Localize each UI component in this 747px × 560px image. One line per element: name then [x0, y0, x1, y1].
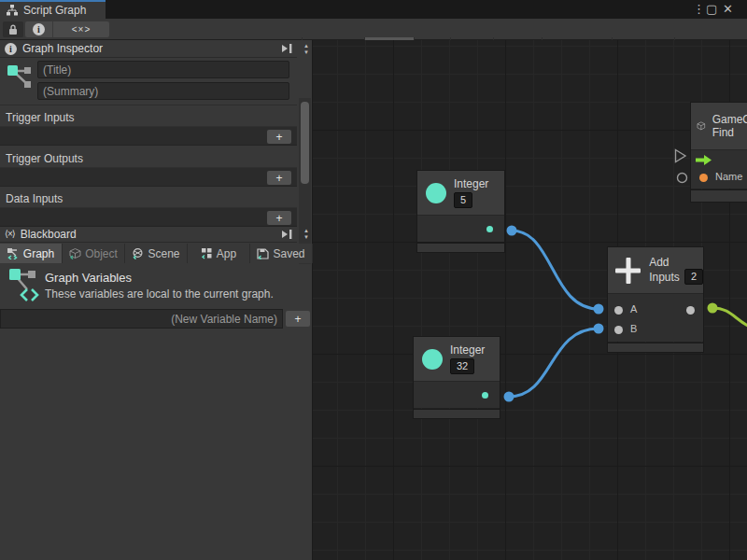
tab-graph[interactable]: Graph [0, 244, 63, 263]
wire-endpoint[interactable] [504, 392, 514, 402]
graph-variables-icon [9, 269, 39, 302]
section-trigger-outputs: Trigger Outputs [6, 152, 83, 165]
scroll-up-icon[interactable]: ▲ [303, 228, 309, 233]
maximize-icon[interactable]: ▢ [706, 2, 717, 16]
window-menu-icon[interactable]: ⋮ [693, 2, 705, 16]
popout-icon[interactable] [281, 44, 293, 53]
wire-endpoint[interactable] [708, 303, 718, 314]
add-variable-button[interactable]: + [286, 311, 310, 327]
tab-object[interactable]: Object [63, 244, 125, 263]
new-variable-placeholder: (New Variable Name) [171, 313, 277, 326]
graph-node-icon [7, 64, 34, 92]
graph-summary-input[interactable]: (Summary) [37, 82, 289, 100]
graph-title-input[interactable]: (Title) [37, 61, 289, 78]
object-tab-icon [69, 248, 81, 259]
graph-tab-icon [7, 248, 20, 259]
graph-title-placeholder: (Title) [43, 63, 71, 77]
scroll-up-icon[interactable]: ▲ [303, 43, 309, 49]
wire-add-output[interactable] [712, 308, 747, 327]
lock-icon [8, 24, 18, 35]
graph-inspector-title: Graph Inspector [22, 42, 103, 55]
wire-endpoint[interactable] [507, 226, 517, 236]
scroll-down-icon[interactable]: ▼ [303, 234, 309, 240]
new-variable-input[interactable]: (New Variable Name) [0, 309, 283, 329]
tab-scene[interactable]: Scene [125, 244, 188, 263]
add-trigger-output-button[interactable]: + [267, 171, 291, 185]
add-data-input-button[interactable]: + [267, 211, 291, 225]
lock-button[interactable] [3, 21, 23, 37]
tab-script-graph[interactable]: Script Graph [0, 0, 106, 19]
graph-variables-title: Graph Variables [45, 271, 132, 285]
graph-toolbar: i <×> ScriptGraph Zoom 1x Relations Valu… [0, 19, 747, 40]
code-view-button[interactable]: <×> [53, 21, 109, 37]
graph-summary-placeholder: (Summary) [43, 85, 98, 98]
code-icon: <×> [72, 24, 92, 35]
section-trigger-inputs: Trigger Inputs [6, 111, 75, 124]
panel-scroll-arrows[interactable]: ▲ ▼ [303, 43, 309, 55]
script-graph-tab-icon [7, 5, 18, 16]
info-button[interactable]: i [25, 21, 53, 37]
blackboard-tab-bar: Graph Object Scene [0, 244, 313, 263]
popout-icon[interactable] [281, 230, 293, 239]
tab-title: Script Graph [23, 4, 86, 17]
scene-tab-icon [132, 248, 144, 259]
trigger-inputs-list: + [0, 126, 297, 146]
trigger-outputs-list: + [0, 167, 297, 187]
add-trigger-input-button[interactable]: + [267, 130, 291, 144]
window-tab-bar: Script Graph ⋮ ▢ ✕ [0, 0, 747, 19]
blackboard-scroll-arrows[interactable]: ▲ ▼ [303, 228, 309, 240]
graph-canvas[interactable]: Integer 5 Integer 32 [313, 40, 747, 560]
info-icon: i [5, 43, 17, 55]
scroll-down-icon[interactable]: ▼ [303, 49, 309, 55]
wire-endpoint[interactable] [594, 324, 604, 334]
blackboard-header: ⟨×⟩ Blackboard [0, 225, 297, 243]
blackboard-icon: ⟨×⟩ [5, 229, 15, 239]
info-icon: i [33, 23, 45, 35]
wire-layer [313, 40, 747, 560]
side-panel: i Graph Inspector ▲ ▼ (Title) (Summary) … [0, 40, 313, 560]
close-icon[interactable]: ✕ [723, 2, 733, 16]
blackboard-title: Blackboard [21, 228, 77, 241]
section-data-inputs: Data Inputs [6, 192, 63, 205]
tab-app[interactable]: App [188, 244, 250, 263]
saved-tab-icon [257, 248, 269, 259]
scrollbar-thumb[interactable] [301, 102, 309, 184]
tab-saved[interactable]: Saved [250, 244, 313, 263]
app-tab-icon [201, 248, 213, 259]
wire-endpoint[interactable] [594, 304, 604, 315]
data-inputs-list: + [0, 207, 297, 227]
wire-int32-to-b[interactable] [509, 329, 599, 397]
wire-int5-to-a[interactable] [512, 231, 599, 309]
graph-variables-description: These variables are local to the current… [45, 287, 274, 301]
graph-inspector-header: i Graph Inspector [0, 40, 297, 58]
